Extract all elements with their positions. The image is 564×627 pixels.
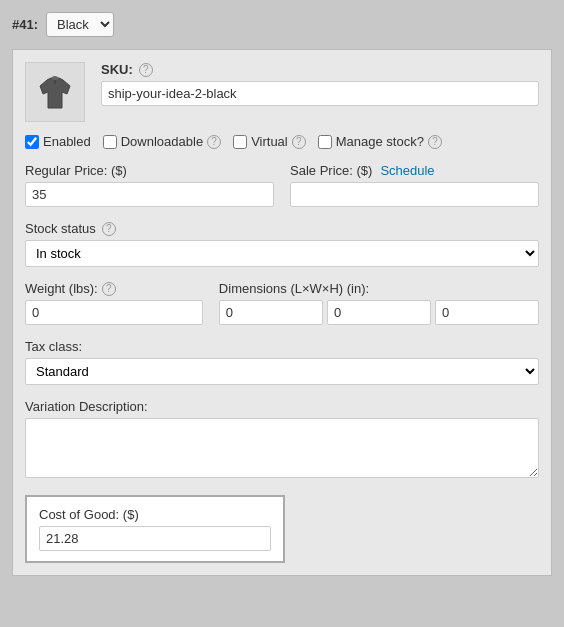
virtual-checkbox[interactable]: [233, 135, 247, 149]
dimension-length-input[interactable]: [219, 300, 323, 325]
enabled-checkbox-item: Enabled: [25, 134, 91, 149]
tax-class-select[interactable]: Standard Reduced rate Zero rate: [25, 358, 539, 385]
stock-status-select[interactable]: In stock Out of stock On backorder: [25, 240, 539, 267]
sku-help-icon[interactable]: ?: [139, 63, 153, 77]
regular-price-input[interactable]: [25, 182, 274, 207]
variation-description-label: Variation Description:: [25, 399, 539, 414]
sale-price-group: Sale Price: ($) Schedule: [290, 163, 539, 207]
weight-help-icon[interactable]: ?: [102, 282, 116, 296]
weight-label: Weight (lbs):: [25, 281, 98, 296]
sale-price-label: Sale Price: ($) Schedule: [290, 163, 539, 178]
sku-label: SKU:: [101, 62, 133, 77]
manage-stock-help-icon[interactable]: ?: [428, 135, 442, 149]
virtual-label: Virtual: [251, 134, 288, 149]
downloadable-checkbox-item: Downloadable ?: [103, 134, 221, 149]
header-row: #41: Black Blue Red White: [12, 12, 552, 37]
dimensions-group: Dimensions (L×W×H) (in):: [219, 281, 539, 325]
manage-stock-checkbox[interactable]: [318, 135, 332, 149]
variation-select[interactable]: Black Blue Red White: [46, 12, 114, 37]
variation-number: #41:: [12, 17, 38, 32]
cost-of-good-label: Cost of Good: ($): [39, 507, 271, 522]
downloadable-help-icon[interactable]: ?: [207, 135, 221, 149]
stock-status-row: Stock status ? In stock Out of stock On …: [25, 221, 539, 267]
dimension-width-input[interactable]: [327, 300, 431, 325]
cost-of-good-input[interactable]: [39, 526, 271, 551]
stock-status-label: Stock status: [25, 221, 96, 236]
stock-status-help-icon[interactable]: ?: [102, 222, 116, 236]
variation-description-textarea[interactable]: [25, 418, 539, 478]
virtual-checkbox-item: Virtual ?: [233, 134, 306, 149]
manage-stock-label: Manage stock?: [336, 134, 424, 149]
enabled-checkbox[interactable]: [25, 135, 39, 149]
variation-card: SKU: ? Enabled Downloadable ? Virtual ?: [12, 49, 552, 576]
page-container: #41: Black Blue Red White SKU: ?: [0, 0, 564, 627]
regular-price-group: Regular Price: ($): [25, 163, 274, 207]
sku-label-row: SKU: ?: [101, 62, 539, 77]
weight-dimensions-row: Weight (lbs): ? Dimensions (L×W×H) (in):: [25, 281, 539, 325]
dimensions-label: Dimensions (L×W×H) (in):: [219, 281, 539, 296]
virtual-help-icon[interactable]: ?: [292, 135, 306, 149]
cost-of-good-section: Cost of Good: ($): [25, 495, 285, 563]
enabled-label: Enabled: [43, 134, 91, 149]
top-section: SKU: ?: [25, 62, 539, 122]
weight-input[interactable]: [25, 300, 203, 325]
downloadable-label: Downloadable: [121, 134, 203, 149]
tax-class-label: Tax class:: [25, 339, 539, 354]
dimension-height-input[interactable]: [435, 300, 539, 325]
svg-point-0: [52, 76, 58, 80]
prices-row: Regular Price: ($) Sale Price: ($) Sched…: [25, 163, 539, 207]
checkboxes-row: Enabled Downloadable ? Virtual ? Manage …: [25, 134, 539, 149]
sale-price-input[interactable]: [290, 182, 539, 207]
product-image: [25, 62, 85, 122]
tax-class-row: Tax class: Standard Reduced rate Zero ra…: [25, 339, 539, 385]
weight-group: Weight (lbs): ?: [25, 281, 203, 325]
dim-inputs: [219, 300, 539, 325]
downloadable-checkbox[interactable]: [103, 135, 117, 149]
hoodie-icon: [35, 72, 75, 112]
regular-price-label: Regular Price: ($): [25, 163, 274, 178]
manage-stock-checkbox-item: Manage stock? ?: [318, 134, 442, 149]
sku-input[interactable]: [101, 81, 539, 106]
sku-section: SKU: ?: [101, 62, 539, 122]
variation-description-row: Variation Description:: [25, 399, 539, 481]
schedule-link[interactable]: Schedule: [380, 163, 434, 178]
